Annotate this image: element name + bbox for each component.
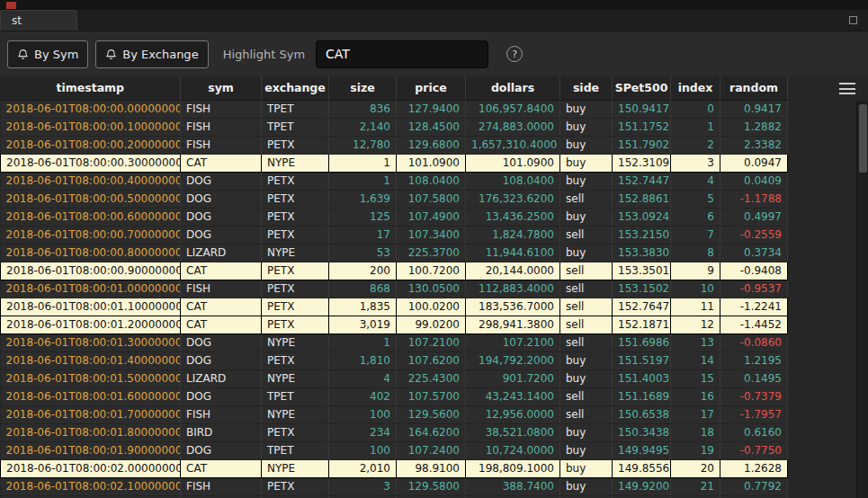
cell-sym: CAT xyxy=(181,154,262,172)
cell-sym: DOG xyxy=(181,172,262,190)
help-icon[interactable]: ? xyxy=(506,46,523,62)
cell-timestamp: 2018-06-01T08:00:00.000000000 xyxy=(1,100,181,118)
table-row[interactable]: 2018-06-01T08:00:00.200000000FISHPETX12,… xyxy=(1,136,788,154)
cell-random: 0.0947 xyxy=(720,154,788,172)
cell-SPet500: 151.7902 xyxy=(613,136,671,154)
cell-dollars: 101.0900 xyxy=(466,154,560,172)
cell-index: 10 xyxy=(671,280,720,298)
cell-side: sell xyxy=(560,298,613,316)
cell-dollars: 20,144.0000 xyxy=(466,262,560,280)
column-header-exchange[interactable]: exchange xyxy=(262,76,329,100)
cell-random: 0.3734 xyxy=(720,244,788,262)
cell-side: sell xyxy=(560,316,613,333)
table-row[interactable]: 2018-06-01T08:00:01.100000000CATPETX1,83… xyxy=(1,298,788,316)
cell-exchange: PETX xyxy=(262,136,329,154)
cell-timestamp: 2018-06-01T08:00:00.900000000 xyxy=(1,262,181,280)
cell-side: buy xyxy=(560,369,613,387)
table-row[interactable]: 2018-06-01T08:00:01.000000000FISHPETX868… xyxy=(1,280,788,298)
cell-exchange: TPET xyxy=(262,387,329,405)
cell-sym: DOG xyxy=(181,208,262,226)
cell-price: 100.0200 xyxy=(397,298,466,316)
cell-price: 127.9400 xyxy=(397,100,466,118)
by-sym-label: By Sym xyxy=(34,48,78,61)
table-row[interactable]: 2018-06-01T08:00:01.300000000DOGNYPE1107… xyxy=(1,333,788,351)
cell-index: 19 xyxy=(671,441,720,459)
table-row[interactable]: 2018-06-01T08:00:00.600000000DOGPETX1251… xyxy=(1,208,788,226)
cell-dollars: 11,944.6100 xyxy=(466,244,560,262)
cell-random: 0.0409 xyxy=(720,172,788,190)
cell-random: -1.1788 xyxy=(720,190,788,208)
cell-sym: DOG xyxy=(181,226,262,244)
cell-price: 107.5800 xyxy=(397,190,466,208)
table-row[interactable]: 2018-06-01T08:00:01.800000000BIRDPETX234… xyxy=(1,423,788,441)
cell-random: 0.6160 xyxy=(720,423,788,441)
table-row[interactable]: 2018-06-01T08:00:00.000000000FISHTPET836… xyxy=(1,100,788,118)
table-row[interactable]: 2018-06-01T08:00:01.600000000DOGTPET4021… xyxy=(1,387,788,405)
table-row[interactable]: 2018-06-01T08:00:00.100000000FISHTPET2,1… xyxy=(1,118,788,136)
cell-timestamp: 2018-06-01T08:00:01.000000000 xyxy=(1,280,181,298)
cell-timestamp: 2018-06-01T08:00:01.400000000 xyxy=(1,351,181,369)
column-header-dollars[interactable]: dollars xyxy=(466,76,560,100)
cell-SPet500: 151.4003 xyxy=(613,369,671,387)
cell-random: 0.9417 xyxy=(720,100,788,118)
cell-price: 129.6800 xyxy=(397,136,466,154)
table-row[interactable]: 2018-06-01T08:00:00.400000000DOGPETX1108… xyxy=(1,172,788,190)
cell-SPet500: 149.9495 xyxy=(613,441,671,459)
table-row[interactable]: 2018-06-01T08:00:01.700000000FISHNYPE100… xyxy=(1,405,788,423)
table-row[interactable]: 2018-06-01T08:00:00.700000000DOGPETX1710… xyxy=(1,226,788,244)
column-header-price[interactable]: price xyxy=(397,76,466,100)
column-header-index[interactable]: index xyxy=(671,76,720,100)
cell-index: 17 xyxy=(671,405,720,423)
column-header-SPet500[interactable]: SPet500 xyxy=(613,76,671,100)
cell-dollars: 13,436.2500 xyxy=(466,208,560,226)
table-row[interactable]: 2018-06-01T08:00:00.500000000DOGPETX1,63… xyxy=(1,190,788,208)
by-sym-button[interactable]: By Sym xyxy=(7,40,88,68)
cell-dollars: 274,883.0000 xyxy=(466,118,560,136)
cell-SPet500: 151.1752 xyxy=(613,118,671,136)
cell-index: 6 xyxy=(671,208,720,226)
cell-dollars: 298,941.3800 xyxy=(466,316,560,333)
by-exchange-button[interactable]: By Exchange xyxy=(95,40,208,68)
scrollbar-thumb[interactable] xyxy=(859,104,867,173)
cell-exchange: NYPE xyxy=(262,154,329,172)
table-row[interactable]: 2018-06-01T08:00:00.300000000CATNYPE1101… xyxy=(1,154,788,172)
column-header-sym[interactable]: sym xyxy=(181,76,262,100)
cell-random: -0.0860 xyxy=(720,333,788,351)
column-header-side[interactable]: side xyxy=(560,76,613,100)
table-row[interactable]: 2018-06-01T08:00:01.400000000DOGPETX1,81… xyxy=(1,351,788,369)
cell-random: 0.7792 xyxy=(720,477,788,495)
column-header-timestamp[interactable]: timestamp xyxy=(1,76,181,100)
table-row[interactable]: 2018-06-01T08:00:00.900000000CATPETX2001… xyxy=(1,262,788,280)
cell-dollars: 38,521.0800 xyxy=(466,423,560,441)
cell-index: 18 xyxy=(671,423,720,441)
table-row[interactable]: 2018-06-01T08:00:00.800000000LIZARDNYPE5… xyxy=(1,244,788,262)
cell-sym: CAT xyxy=(181,298,262,316)
menu-icon[interactable] xyxy=(839,83,855,94)
column-header-size[interactable]: size xyxy=(329,76,397,100)
table-row[interactable]: 2018-06-01T08:00:02.000000000CATNYPE2,01… xyxy=(1,459,788,477)
cell-size: 3,019 xyxy=(329,316,397,333)
cell-exchange: NYPE xyxy=(262,333,329,351)
cell-random: -0.7750 xyxy=(720,441,788,459)
cell-size: 1,810 xyxy=(329,351,397,369)
table-area: timestampsymexchangesizepricedollarsside… xyxy=(0,76,868,498)
cell-exchange: PETX xyxy=(262,351,329,369)
cell-dollars: 183,536.7000 xyxy=(466,298,560,316)
cell-sym: CAT xyxy=(181,262,262,280)
cell-dollars: 112,883.4000 xyxy=(466,280,560,298)
maximize-icon[interactable] xyxy=(849,16,857,24)
table-row[interactable]: 2018-06-01T08:00:01.900000000DOGTPET1001… xyxy=(1,441,788,459)
bell-icon xyxy=(105,49,117,60)
cell-size: 3 xyxy=(329,477,397,495)
cell-price: 128.4500 xyxy=(397,118,466,136)
table-row[interactable]: 2018-06-01T08:00:02.100000000FISHPETX312… xyxy=(1,477,788,495)
cell-price: 129.5600 xyxy=(397,405,466,423)
tab-st[interactable]: st xyxy=(0,10,77,31)
vertical-scrollbar[interactable] xyxy=(856,101,868,498)
app-icon xyxy=(6,2,16,9)
table-row[interactable]: 2018-06-01T08:00:01.200000000CATPETX3,01… xyxy=(1,316,788,333)
column-header-random[interactable]: random xyxy=(720,76,788,100)
highlight-sym-input[interactable] xyxy=(316,40,488,68)
table-row[interactable]: 2018-06-01T08:00:01.500000000LIZARDNYPE4… xyxy=(1,369,788,387)
cell-price: 107.4900 xyxy=(397,208,466,226)
